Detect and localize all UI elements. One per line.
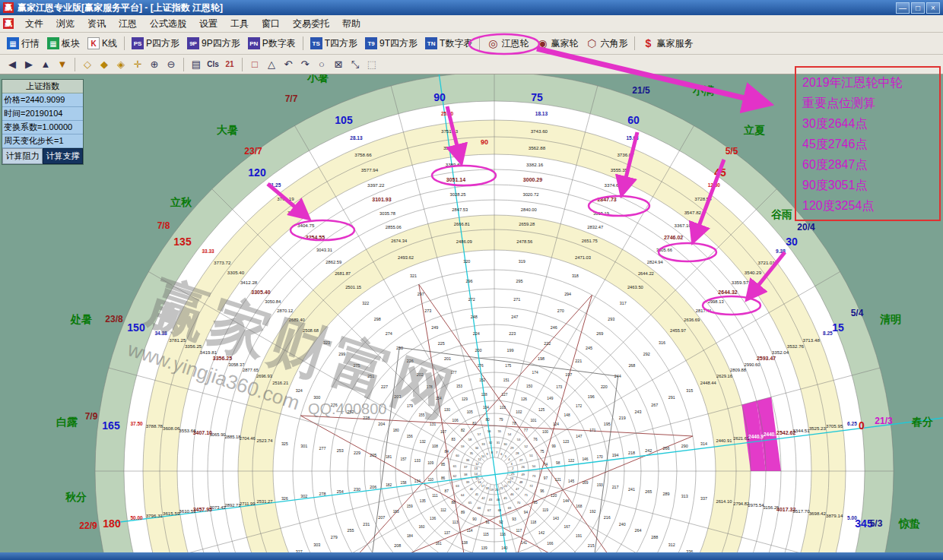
diamond-solid-icon[interactable]: ◆ xyxy=(97,57,112,72)
9p-square-icon: 9P xyxy=(187,37,199,49)
svg-text:135: 135 xyxy=(420,499,426,503)
winner-wheel-button[interactable]: ◉赢家轮 xyxy=(532,36,582,52)
menu-item-6[interactable]: 设置 xyxy=(193,15,224,33)
annotation-line-6: 90度3051点 xyxy=(802,175,933,195)
svg-text:2862.59: 2862.59 xyxy=(325,260,341,264)
calendar-icon[interactable]: 21 xyxy=(222,57,237,72)
diamond-dot-icon[interactable]: ◈ xyxy=(113,57,129,72)
svg-text:175: 175 xyxy=(505,364,511,368)
svg-text:274: 274 xyxy=(386,331,392,336)
svg-text:290: 290 xyxy=(681,444,688,448)
svg-text:6.25: 6.25 xyxy=(847,421,857,426)
svg-text:2501.15: 2501.15 xyxy=(345,285,361,289)
9t-square-button[interactable]: T99T四方形 xyxy=(361,36,421,52)
svg-text:302: 302 xyxy=(300,494,307,498)
svg-text:319: 319 xyxy=(519,259,525,264)
p-number-table-button[interactable]: PNP数字表 xyxy=(244,36,300,52)
9t-square-icon: T9 xyxy=(365,37,377,49)
select-tool-icon[interactable]: ⬚ xyxy=(364,57,379,72)
cross-icon[interactable]: ✛ xyxy=(130,57,145,72)
menu-item-5[interactable]: 公式选股 xyxy=(144,15,192,33)
svg-text:264: 264 xyxy=(634,528,641,533)
diamond-outline-icon[interactable]: ◇ xyxy=(80,57,95,72)
svg-text:7/7: 7/7 xyxy=(285,93,298,104)
kline-button[interactable]: KK线 xyxy=(84,36,121,52)
close-button[interactable]: × xyxy=(926,2,940,14)
9p-square-button[interactable]: 9P9P四方形 xyxy=(183,36,244,52)
menu-item-8[interactable]: 窗口 xyxy=(256,15,286,33)
svg-text:170: 170 xyxy=(597,455,603,459)
rect-tool-icon[interactable]: □ xyxy=(247,57,262,72)
minimize-button[interactable]: — xyxy=(896,2,910,14)
hexagon-button[interactable]: ⬡六角形 xyxy=(582,36,631,52)
rotate-cw-icon[interactable]: ↷ xyxy=(297,57,313,72)
t-number-table-button[interactable]: TNT数字表 xyxy=(421,36,476,52)
circle-tool-icon[interactable]: ○ xyxy=(314,57,329,72)
menu-item-4[interactable]: 江恩 xyxy=(113,15,143,33)
hexagon-label: 六角形 xyxy=(600,37,627,50)
svg-text:3532.76: 3532.76 xyxy=(787,343,805,349)
svg-text:37.50: 37.50 xyxy=(130,421,143,426)
svg-text:3743.60: 3743.60 xyxy=(531,128,548,134)
t-number-table-icon: TN xyxy=(425,37,437,49)
svg-text:295: 295 xyxy=(516,279,522,283)
menu-item-10[interactable]: 帮助 xyxy=(336,15,367,33)
menu-item-3[interactable]: 资讯 xyxy=(81,15,112,33)
svg-text:39: 39 xyxy=(466,480,470,484)
svg-text:立夏: 立夏 xyxy=(743,124,765,136)
calc-support-button[interactable]: 计算支撑 xyxy=(43,148,83,164)
calc-resistance-button[interactable]: 计算阻力 xyxy=(2,148,43,164)
title-bar: 赢 赢家江恩专业版[赢家服务平台] - [上证指数 江恩轮] — □ × xyxy=(0,0,943,15)
sectors-button[interactable]: ▦板块 xyxy=(43,36,84,52)
cls-button[interactable]: Cls xyxy=(205,57,221,72)
winner-service-button[interactable]: $赢家服务 xyxy=(638,36,697,52)
triangle-tool-icon[interactable]: △ xyxy=(264,57,279,72)
menu-item-9[interactable]: 交易委托 xyxy=(287,15,335,33)
svg-text:0: 0 xyxy=(859,419,865,432)
svg-text:266: 266 xyxy=(663,446,670,451)
svg-text:313: 313 xyxy=(681,494,688,498)
maximize-button[interactable]: □ xyxy=(911,2,925,14)
svg-text:30: 30 xyxy=(503,442,507,446)
quotes-button[interactable]: ▦行情 xyxy=(3,36,43,52)
resize-tool-icon[interactable]: ⤡ xyxy=(348,57,363,72)
svg-text:3728.54: 3728.54 xyxy=(694,196,712,201)
kline-label: K线 xyxy=(102,37,117,50)
t-square-button[interactable]: TST四方形 xyxy=(306,36,361,52)
svg-text:133: 133 xyxy=(414,459,421,463)
svg-text:3101.93: 3101.93 xyxy=(372,197,391,202)
nav-prev-icon[interactable]: ◀ xyxy=(5,57,20,72)
svg-text:14: 14 xyxy=(474,472,478,476)
menu-item-2[interactable]: 浏览 xyxy=(50,15,81,33)
grid-view-icon[interactable]: ▤ xyxy=(189,57,204,72)
p-square-label: P四方形 xyxy=(146,37,179,50)
svg-text:20: 20 xyxy=(495,488,499,492)
svg-text:28: 28 xyxy=(516,451,519,455)
svg-text:47: 47 xyxy=(516,487,519,491)
zoom-in-icon[interactable]: ⊕ xyxy=(147,57,162,72)
svg-text:12.50: 12.50 xyxy=(708,182,721,188)
svg-text:194: 194 xyxy=(612,453,619,457)
rotate-ccw-icon[interactable]: ↶ xyxy=(281,57,296,72)
p-number-table-label: P数字表 xyxy=(262,37,296,50)
svg-text:2847.53: 2847.53 xyxy=(452,207,468,212)
nav-next-icon[interactable]: ▶ xyxy=(21,57,37,72)
svg-text:242: 242 xyxy=(645,448,652,453)
toolbar-separator xyxy=(124,36,125,50)
gann-wheel-button[interactable]: ◎江恩轮 xyxy=(483,36,532,52)
p-square-button[interactable]: PSP四方形 xyxy=(128,36,183,52)
menu-item-1[interactable]: 文件 xyxy=(19,15,49,33)
svg-text:42: 42 xyxy=(481,496,485,500)
delete-tool-icon[interactable]: ⊠ xyxy=(331,57,346,72)
svg-text:7/9: 7/9 xyxy=(85,411,98,422)
svg-text:82: 82 xyxy=(461,429,465,432)
svg-text:3705.95: 3705.95 xyxy=(826,423,843,429)
svg-text:2636.69: 2636.69 xyxy=(684,318,700,322)
zoom-out-icon[interactable]: ⊖ xyxy=(164,57,179,72)
svg-text:129: 129 xyxy=(462,397,468,401)
nav-up-icon[interactable]: ▲ xyxy=(38,57,53,72)
menu-item-7[interactable]: 工具 xyxy=(224,15,255,33)
svg-text:312: 312 xyxy=(668,543,675,547)
svg-text:3352.04: 3352.04 xyxy=(772,350,789,355)
filter-icon[interactable]: ▼ xyxy=(55,57,70,72)
